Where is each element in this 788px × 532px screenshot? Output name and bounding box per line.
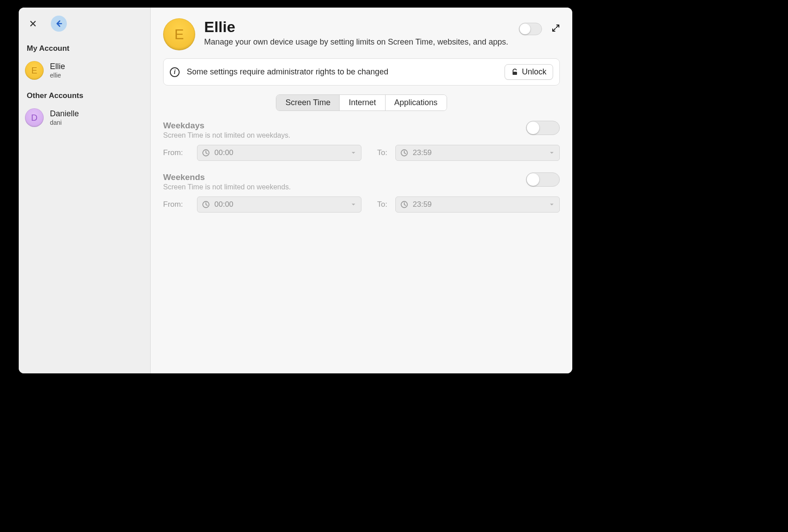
weekends-time-row: From: 00:00 To: 23:59 [163, 196, 560, 213]
svg-rect-0 [513, 72, 517, 75]
weekdays-section: Weekdays Screen Time is not limited on w… [163, 121, 560, 161]
time-value: 00:00 [214, 148, 234, 157]
master-toggle[interactable] [519, 23, 542, 35]
clock-icon [202, 201, 210, 209]
account-labels: Danielle dani [50, 109, 79, 126]
account-username: dani [50, 119, 79, 126]
tab-applications[interactable]: Applications [386, 95, 447, 110]
tab-group: Screen Time Internet Applications [276, 94, 447, 111]
unlock-label: Unlock [522, 67, 546, 77]
expand-icon [552, 24, 560, 32]
info-icon: i [170, 67, 180, 77]
settings-window: My Account E Ellie ellie Other Accounts … [19, 8, 572, 373]
avatar: E [25, 61, 44, 80]
account-labels: Ellie ellie [50, 62, 65, 79]
banner-text: Some settings require administrator righ… [187, 67, 497, 77]
unlock-button[interactable]: Unlock [505, 64, 553, 80]
from-label: From: [163, 148, 189, 157]
header-text: Ellie Manage your own device usage by se… [204, 18, 510, 47]
to-label: To: [369, 148, 387, 157]
back-arrow-icon [55, 20, 63, 28]
time-value: 23:59 [413, 148, 432, 157]
weekends-section: Weekends Screen Time is not limited on w… [163, 172, 560, 213]
sidebar: My Account E Ellie ellie Other Accounts … [19, 8, 151, 373]
sidebar-nav [19, 14, 150, 37]
weekdays-title: Weekdays [163, 121, 290, 131]
clock-icon [400, 201, 408, 209]
close-button[interactable] [28, 18, 38, 29]
weekdays-time-row: From: 00:00 To: 23:59 [163, 145, 560, 161]
sidebar-section-my-account: My Account [19, 37, 150, 57]
header-avatar: E [163, 18, 195, 50]
to-label: To: [369, 200, 387, 209]
expand-button[interactable] [552, 24, 560, 34]
account-name: Ellie [50, 62, 65, 71]
time-value: 23:59 [413, 200, 432, 209]
weekends-to-field[interactable]: 23:59 [395, 196, 560, 213]
sidebar-account-ellie[interactable]: E Ellie ellie [19, 57, 150, 84]
sidebar-section-other-accounts: Other Accounts [19, 84, 150, 104]
weekends-subtitle: Screen Time is not limited on weekends. [163, 183, 291, 191]
from-label: From: [163, 200, 189, 209]
chevron-down-icon [549, 150, 555, 156]
weekdays-toggle[interactable] [526, 121, 560, 135]
clock-icon [202, 149, 210, 157]
page-title: Ellie [204, 18, 510, 36]
weekdays-to-field[interactable]: 23:59 [395, 145, 560, 161]
tabs: Screen Time Internet Applications [163, 94, 560, 111]
time-value: 00:00 [214, 200, 234, 209]
header: E Ellie Manage your own device usage by … [163, 18, 560, 58]
section-titles: Weekdays Screen Time is not limited on w… [163, 121, 290, 139]
back-button[interactable] [51, 16, 67, 32]
section-header: Weekends Screen Time is not limited on w… [163, 172, 560, 191]
weekends-from-field[interactable]: 00:00 [197, 196, 361, 213]
weekends-title: Weekends [163, 172, 291, 182]
chevron-down-icon [350, 201, 357, 208]
lock-open-icon [511, 69, 518, 76]
avatar: D [25, 108, 44, 127]
sidebar-account-danielle[interactable]: D Danielle dani [19, 104, 150, 131]
section-titles: Weekends Screen Time is not limited on w… [163, 172, 291, 191]
chevron-down-icon [350, 150, 357, 156]
account-name: Danielle [50, 109, 79, 119]
page-subtitle: Manage your own device usage by setting … [204, 37, 510, 47]
weekdays-from-field[interactable]: 00:00 [197, 145, 361, 161]
chevron-down-icon [549, 201, 555, 208]
header-controls [519, 18, 560, 35]
tab-internet[interactable]: Internet [340, 95, 385, 110]
clock-icon [400, 149, 408, 157]
weekends-toggle[interactable] [526, 172, 560, 187]
account-username: ellie [50, 72, 65, 79]
tab-screen-time[interactable]: Screen Time [276, 95, 340, 110]
close-icon [29, 20, 37, 27]
section-header: Weekdays Screen Time is not limited on w… [163, 121, 560, 139]
admin-rights-banner: i Some settings require administrator ri… [163, 58, 560, 86]
main-panel: E Ellie Manage your own device usage by … [151, 8, 572, 373]
weekdays-subtitle: Screen Time is not limited on weekdays. [163, 131, 290, 139]
